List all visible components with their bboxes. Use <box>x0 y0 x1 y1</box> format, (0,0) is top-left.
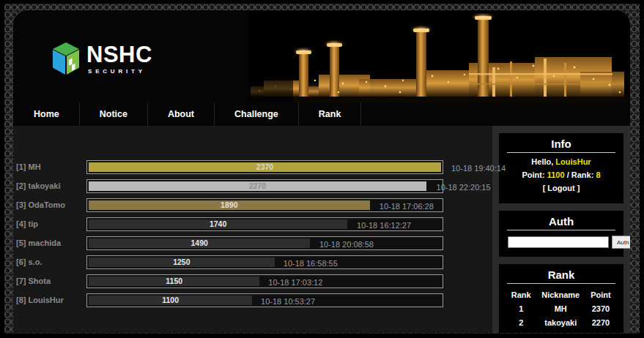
auth-panel: Auth Auth <box>499 211 623 257</box>
solve-timestamp: 10-18 10:53:27 <box>261 297 315 307</box>
score-chart: [1] MH237010-18 19:40:14[2] takoyaki2270… <box>13 126 492 333</box>
divider <box>507 283 615 284</box>
score-bar: 2270 <box>89 181 426 191</box>
info-panel: Info Hello, LouisHur Point: 1100 / Rank:… <box>499 133 623 203</box>
nav-item-rank[interactable]: Rank <box>299 102 362 126</box>
rank-panel-title: Rank <box>506 268 616 281</box>
chart-row: [4] tip174010-18 16:12:27 <box>13 217 492 231</box>
point-prefix: Point: <box>522 170 544 179</box>
rank-table-cell: OdaTomo <box>536 329 586 333</box>
nav-item-home[interactable]: Home <box>13 102 80 126</box>
point-rank-line: Point: 1100 / Rank: 8 <box>506 170 616 179</box>
score-bar: 1740 <box>89 219 347 229</box>
rank-table-cell: 1 <box>506 302 536 315</box>
info-panel-title: Info <box>506 138 616 150</box>
nav-item-notice[interactable]: Notice <box>80 102 148 126</box>
auth-form: Auth <box>506 235 616 250</box>
rank-table-header-row: Rank Nickname Point <box>506 288 616 302</box>
power-plant-photo <box>249 10 630 102</box>
score-bar: 2370 <box>89 162 441 172</box>
rank-table-cell: 2 <box>506 315 536 328</box>
rank-table-cell: 1890 <box>585 329 616 333</box>
solve-timestamp: 10-18 17:06:28 <box>380 202 434 211</box>
player-label: [7] Shota <box>16 277 51 285</box>
player-label: [1] MH <box>16 162 41 171</box>
solve-timestamp: 10-18 17:03:12 <box>268 278 322 288</box>
score-track: 189010-18 17:06:28 <box>86 198 443 212</box>
rank-panel: Rank Rank Nickname Point 1MH23702takoyak… <box>499 264 623 333</box>
site-header: NSHC SECURITY Home Notice About Challeng… <box>13 10 630 126</box>
rank-prefix: / Rank: <box>567 170 594 179</box>
rank-table-row: 1MH2370 <box>506 302 616 315</box>
rank-table-cell: takoyaki <box>536 315 586 328</box>
auth-submit-button[interactable]: Auth <box>612 236 630 249</box>
chart-row: [1] MH237010-18 19:40:14 <box>13 160 492 174</box>
rank-value: 8 <box>596 170 600 179</box>
score-bar: 1150 <box>89 277 259 286</box>
col-nickname: Nickname <box>536 288 586 302</box>
solve-timestamp: 10-18 16:58:55 <box>284 259 338 268</box>
chart-row: [8] LouisHur110010-18 10:53:27 <box>13 293 492 307</box>
player-label: [3] OdaTomo <box>16 200 65 209</box>
player-label: [8] LouisHur <box>16 296 64 304</box>
solve-timestamp: 10-18 22:20:15 <box>437 183 491 192</box>
point-value: 1100 <box>547 170 565 179</box>
chart-row: [6] s.o.125010-18 16:58:55 <box>13 255 492 269</box>
logout-link[interactable]: [ Logout ] <box>506 184 616 192</box>
score-bar: 1100 <box>89 296 252 305</box>
divider <box>507 152 615 153</box>
main-nav: Home Notice About Challenge Rank <box>13 102 361 126</box>
score-bar: 1250 <box>89 258 275 267</box>
score-track: 237010-18 19:40:14 <box>86 160 443 174</box>
solve-timestamp: 10-18 20:08:58 <box>319 240 374 249</box>
player-label: [6] s.o. <box>16 258 42 266</box>
rank-table-cell: 2370 <box>585 302 616 315</box>
main-content: [1] MH237010-18 19:40:14[2] takoyaki2270… <box>13 126 630 333</box>
score-bar: 1490 <box>89 239 310 248</box>
chart-row: [5] machida149010-18 20:08:58 <box>13 236 492 250</box>
score-track: 227010-18 22:20:15 <box>86 179 443 193</box>
score-track: 115010-18 17:03:12 <box>86 274 443 288</box>
site-page: NSHC SECURITY Home Notice About Challeng… <box>13 10 630 333</box>
nav-item-about[interactable]: About <box>148 102 215 126</box>
sidebar: Info Hello, LouisHur Point: 1100 / Rank:… <box>492 126 630 333</box>
col-point: Point <box>585 288 616 302</box>
score-bar: 1890 <box>89 200 370 210</box>
brand-name: NSHC <box>86 44 152 66</box>
brand-logo[interactable]: NSHC SECURITY <box>50 41 152 78</box>
chart-row: [3] OdaTomo189010-18 17:06:28 <box>13 198 492 212</box>
solve-timestamp: 10-18 19:40:14 <box>451 164 506 173</box>
greeting-prefix: Hello, <box>531 157 553 166</box>
solve-timestamp: 10-18 16:12:27 <box>357 221 411 230</box>
rank-table-cell: 2270 <box>585 315 616 328</box>
brand-text: NSHC SECURITY <box>86 44 152 75</box>
col-rank: Rank <box>506 288 536 302</box>
score-track: 110010-18 10:53:27 <box>86 293 443 307</box>
rank-table-row: 3OdaTomo1890 <box>506 329 616 333</box>
player-label: [4] tip <box>16 219 38 228</box>
brand-subtitle: SECURITY <box>88 68 152 75</box>
auth-panel-title: Auth <box>506 215 616 228</box>
score-track: 149010-18 20:08:58 <box>86 236 443 250</box>
nav-item-challenge[interactable]: Challenge <box>215 102 299 126</box>
score-track: 174010-18 16:12:27 <box>86 217 443 231</box>
rank-table-cell: 3 <box>506 329 536 333</box>
player-label: [2] takoyaki <box>16 181 61 190</box>
greeting-line: Hello, LouisHur <box>506 157 616 166</box>
username: LouisHur <box>555 157 591 166</box>
auth-input[interactable] <box>508 236 609 248</box>
chart-row: [2] takoyaki227010-18 22:20:15 <box>13 179 492 193</box>
nshc-cube-icon <box>50 41 82 78</box>
rank-table-row: 2takoyaki2270 <box>506 315 616 328</box>
rank-table-cell: MH <box>536 302 586 315</box>
rank-table: Rank Nickname Point 1MH23702takoyaki2270… <box>506 288 616 333</box>
score-chart-rows: [1] MH237010-18 19:40:14[2] takoyaki2270… <box>13 160 492 307</box>
chart-row: [7] Shota115010-18 17:03:12 <box>13 274 492 288</box>
rank-table-body: 1MH23702takoyaki22703OdaTomo18904tip1740… <box>506 302 616 333</box>
player-label: [5] machida <box>16 239 61 247</box>
divider <box>507 230 615 230</box>
score-track: 125010-18 16:58:55 <box>86 255 443 269</box>
